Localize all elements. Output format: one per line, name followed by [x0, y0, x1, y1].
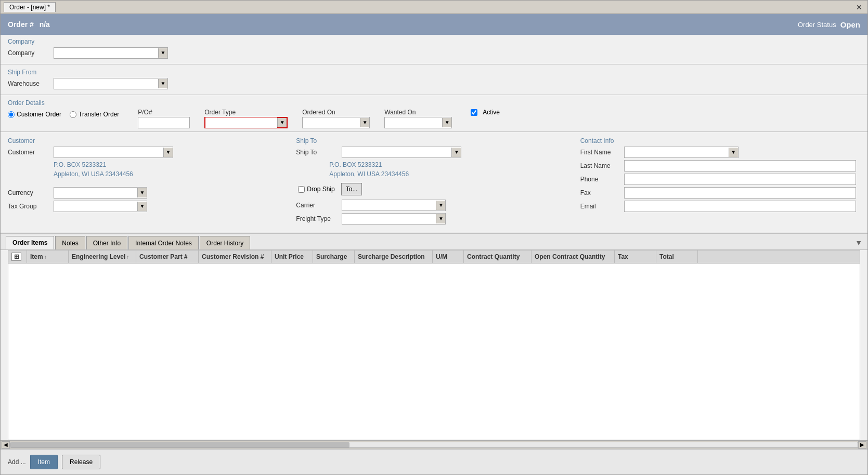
table-header-cust-part[interactable]: Customer Part #	[136, 250, 199, 263]
active-checkbox-label[interactable]: Active	[471, 109, 500, 116]
scroll-left-arrow[interactable]: ◀	[2, 441, 10, 448]
drop-ship-checkbox-label[interactable]: Drop Ship	[298, 186, 334, 193]
table-header-item[interactable]: Item ↑	[27, 250, 69, 263]
email-input[interactable]	[624, 201, 856, 212]
company-dropdown-arrow[interactable]: ▼	[158, 48, 167, 58]
customer-address: P.O. BOX 5233321 Appleton, WI USA 234344…	[54, 160, 288, 179]
customer-order-radio[interactable]: Customer Order	[8, 111, 61, 118]
order-type-label: Order Type	[204, 109, 288, 116]
customer-order-radio-input[interactable]	[8, 111, 15, 118]
table-header-contract-qty[interactable]: Contract Quantity	[464, 250, 532, 263]
col-custpart-label: Customer Part #	[139, 253, 188, 260]
to-button[interactable]: To...	[341, 183, 362, 195]
order-status-area: Order Status Open	[798, 20, 860, 29]
customer-input[interactable]: Bert And Ernie Manufacturing	[54, 147, 163, 157]
currency-input[interactable]: USD	[54, 188, 137, 198]
customer-dropdown-arrow[interactable]: ▼	[163, 148, 173, 157]
order-status-value: Open	[840, 20, 860, 29]
tab-other-info[interactable]: Other Info	[86, 236, 127, 249]
wanted-on-field-group: Wanted On 2016-10-31 ▼	[384, 109, 452, 128]
table-header-um[interactable]: U/M	[433, 250, 464, 263]
drop-ship-checkbox[interactable]	[298, 186, 305, 193]
close-button[interactable]: ✕	[854, 3, 864, 11]
warehouse-field-row: Warehouse Egar Tool & Die Ltd. ▼	[8, 78, 860, 89]
table-header-open-contract[interactable]: Open Contract Quantity	[532, 250, 615, 263]
col-custrev-label: Customer Revision #	[202, 253, 264, 260]
table-header: ⊞ Item ↑ Engineering Level ↑ Customer Pa…	[8, 250, 860, 263]
company-select-wrapper[interactable]: Metal Products Company ▼	[54, 47, 168, 59]
transfer-order-radio-input[interactable]	[70, 111, 76, 118]
ship-to-field-row: Ship To Bert And Ernie Manufacturing ▼	[296, 147, 572, 158]
carrier-dropdown-arrow[interactable]: ▼	[436, 201, 445, 210]
table-header-total[interactable]: Total	[656, 250, 698, 263]
scroll-track[interactable]	[10, 442, 858, 448]
wanted-on-wrapper[interactable]: 2016-10-31 ▼	[384, 117, 452, 128]
tab-order-items[interactable]: Order Items	[6, 236, 54, 249]
customer-select-wrapper[interactable]: Bert And Ernie Manufacturing ▼	[54, 147, 173, 158]
ship-to-input[interactable]: Bert And Ernie Manufacturing	[342, 147, 451, 157]
table-header-tax[interactable]: Tax	[615, 250, 656, 263]
release-button[interactable]: Release	[62, 455, 100, 469]
freight-type-field-row: Freight Type Focus Logistics Collect ▼	[296, 213, 572, 225]
tax-group-dropdown-arrow[interactable]: ▼	[137, 202, 147, 211]
first-name-select-wrapper[interactable]: ▼	[624, 147, 739, 158]
transfer-order-radio[interactable]: Transfer Order	[70, 111, 119, 118]
scroll-right-arrow[interactable]: ▶	[858, 441, 866, 448]
tab-order-history[interactable]: Order History	[200, 236, 250, 249]
currency-area: Currency USD ▼ Tax Group No Tax ▼	[8, 187, 288, 212]
tabs-scroll-arrow[interactable]: ▼	[855, 239, 862, 247]
warehouse-select-wrapper[interactable]: Egar Tool & Die Ltd. ▼	[54, 78, 168, 89]
window-tab[interactable]: Order - [new] *	[4, 2, 56, 12]
order-type-select-wrapper[interactable]: Blanket ▼	[204, 117, 288, 128]
scroll-thumb[interactable]	[10, 442, 349, 447]
order-type-dropdown-arrow[interactable]: ▼	[277, 118, 287, 127]
last-name-input[interactable]	[624, 160, 856, 171]
table-icon-button[interactable]: ⊞	[11, 253, 21, 261]
freight-type-dropdown-arrow[interactable]: ▼	[436, 214, 445, 223]
wanted-on-input[interactable]: 2016-10-31	[385, 117, 442, 128]
col-unitprice-label: Unit Price	[275, 253, 304, 260]
table-header-surcharge-desc[interactable]: Surcharge Description	[355, 250, 433, 263]
table-header-unit-price[interactable]: Unit Price	[271, 250, 313, 263]
horizontal-scrollbar[interactable]: ◀ ▶	[1, 440, 867, 448]
table-header-cust-rev[interactable]: Customer Revision #	[199, 250, 271, 263]
ship-to-label: Ship To	[296, 149, 338, 156]
fax-input[interactable]	[624, 187, 856, 199]
ship-to-dropdown-arrow[interactable]: ▼	[451, 148, 461, 157]
freight-type-select-wrapper[interactable]: Focus Logistics Collect ▼	[342, 213, 446, 225]
currency-label: Currency	[8, 189, 49, 196]
carrier-select-wrapper[interactable]: ▼	[342, 200, 446, 211]
carrier-input[interactable]	[342, 200, 436, 210]
warehouse-input[interactable]: Egar Tool & Die Ltd.	[54, 78, 158, 89]
first-name-dropdown[interactable]: ▼	[729, 148, 738, 157]
wanted-on-dropdown[interactable]: ▼	[442, 118, 451, 127]
warehouse-dropdown-arrow[interactable]: ▼	[158, 79, 167, 88]
col-surcharge-label: Surcharge	[316, 253, 347, 260]
first-name-input[interactable]	[625, 147, 729, 157]
phone-input[interactable]	[624, 174, 856, 185]
active-checkbox[interactable]	[471, 109, 477, 116]
table-header-surcharge[interactable]: Surcharge	[313, 250, 355, 263]
col-opencontract-label: Open Contract Quantity	[535, 253, 605, 260]
currency-dropdown-arrow[interactable]: ▼	[137, 188, 147, 197]
company-field-row: Company Metal Products Company ▼	[8, 47, 860, 59]
item-button[interactable]: Item	[30, 455, 58, 469]
tax-group-select-wrapper[interactable]: No Tax ▼	[54, 201, 147, 212]
table-header-icon-cell: ⊞	[8, 250, 27, 263]
ordered-on-wrapper[interactable]: 2016-10-31 ▼	[302, 117, 370, 128]
tab-notes[interactable]: Notes	[55, 236, 85, 249]
ship-to-select-wrapper[interactable]: Bert And Ernie Manufacturing ▼	[342, 147, 461, 158]
tab-internal-order-notes[interactable]: Internal Order Notes	[128, 236, 199, 249]
company-input[interactable]: Metal Products Company	[54, 48, 158, 58]
table-header-eng-level[interactable]: Engineering Level ↑	[69, 250, 136, 263]
order-type-input[interactable]: Blanket	[205, 117, 277, 128]
eng-sort-arrow: ↑	[126, 254, 129, 260]
currency-select-wrapper[interactable]: USD ▼	[54, 187, 147, 199]
ordered-on-dropdown[interactable]: ▼	[360, 118, 369, 127]
col-um-label: U/M	[436, 253, 447, 260]
fax-row: Fax	[580, 187, 856, 199]
ordered-on-input[interactable]: 2016-10-31	[303, 117, 360, 128]
tax-group-input[interactable]: No Tax	[54, 201, 137, 212]
freight-type-input[interactable]: Focus Logistics Collect	[342, 214, 436, 224]
po-input[interactable]: 111111111	[138, 117, 190, 128]
